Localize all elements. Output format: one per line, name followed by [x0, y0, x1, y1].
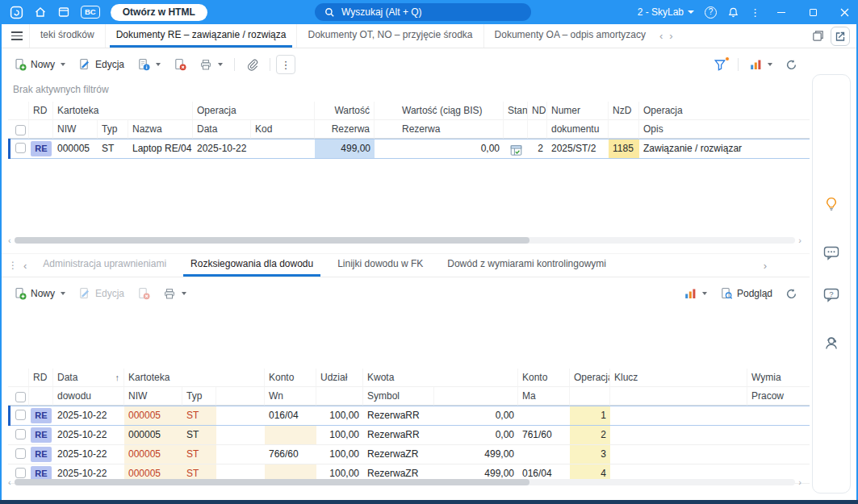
delete-button[interactable] — [132, 283, 156, 304]
chart-button[interactable] — [679, 284, 713, 303]
col-numer[interactable]: Numer — [547, 102, 609, 120]
col-rd[interactable]: RD — [29, 102, 53, 120]
col-wymiar[interactable]: Wymia — [747, 369, 816, 387]
scroll-left-icon[interactable]: ‹ — [8, 478, 11, 486]
select-all-checkbox[interactable] — [15, 392, 26, 402]
close-button[interactable] — [834, 2, 855, 23]
col-stan[interactable]: Stan — [504, 102, 528, 120]
col-pracownik[interactable]: Pracow — [747, 387, 816, 406]
new-button[interactable]: Nowy — [8, 54, 71, 75]
col-kwota[interactable]: Kwota — [363, 369, 518, 387]
info-document-button[interactable] — [132, 54, 166, 75]
new-button[interactable]: Nowy — [8, 283, 71, 304]
row-checkbox[interactable] — [15, 410, 26, 420]
col-niw[interactable]: NIW — [124, 387, 182, 406]
row-checkbox[interactable] — [15, 143, 26, 153]
maximize-button[interactable] — [802, 2, 823, 23]
delete-button[interactable] — [168, 54, 192, 75]
col-rezerwa-bis[interactable]: Rezerwa — [375, 120, 504, 139]
scroll-left-icon[interactable]: ‹ — [8, 236, 11, 244]
col-typ[interactable]: Typ — [182, 387, 216, 406]
select-all-checkbox[interactable] — [15, 125, 26, 135]
col-dokumentu[interactable]: dokumentu — [547, 120, 609, 139]
splitter-handle-icon[interactable]: ⋮ — [8, 260, 18, 271]
tab-linijki-dowodu-w-fk[interactable]: Linijki dowodu w FK — [325, 253, 435, 277]
col-rezerwa[interactable]: Rezerwa — [315, 120, 375, 139]
col-wartosc[interactable]: Wartość — [315, 102, 375, 120]
col-udzial[interactable]: Udział — [316, 369, 363, 387]
minimize-button[interactable] — [771, 2, 792, 23]
col-nd[interactable]: ND — [528, 102, 547, 120]
home-icon[interactable] — [34, 6, 47, 19]
col-klucz[interactable]: Klucz — [610, 369, 747, 387]
panel-tabs-scroll-left-icon[interactable]: ‹ — [19, 260, 31, 272]
table-row[interactable]: RE 000005 ST Laptop RE/04 2025-10-22 499… — [8, 139, 816, 159]
hamburger-menu-icon[interactable] — [11, 31, 23, 40]
attachment-button[interactable] — [241, 55, 264, 75]
preview-button[interactable]: Podgląd — [714, 283, 778, 304]
tabs-scroll-left-icon[interactable]: ‹ — [656, 30, 666, 42]
scrollbar-track[interactable] — [15, 479, 796, 485]
print-button[interactable] — [157, 284, 192, 304]
scrollbar-thumb[interactable] — [15, 237, 530, 244]
window-icon[interactable] — [57, 6, 70, 19]
support-agent-icon[interactable] — [823, 335, 839, 354]
col-data-dowodu[interactable]: Data↑ — [53, 369, 124, 387]
assistant-lightbulb-icon[interactable] — [823, 196, 839, 215]
horizontal-scrollbar[interactable]: ‹ › — [8, 235, 801, 245]
col-wartosc-bis[interactable]: Wartość (ciąg BIS) — [375, 102, 504, 120]
more-actions-button[interactable]: ⋮ — [276, 55, 295, 74]
share-icon[interactable] — [831, 27, 850, 46]
col-kod[interactable]: Kod — [251, 120, 315, 139]
table-row[interactable]: RE 2025-10-22 000005 ST 766/60 100,00 Re… — [8, 445, 816, 464]
table-row[interactable]: RE 2025-10-22 000005 ST 100,00 RezerwaRR… — [8, 426, 816, 445]
col-nazwa[interactable]: Nazwa — [128, 120, 193, 139]
col-operacja[interactable]: Operacja — [570, 369, 610, 387]
col-operacja[interactable]: Operacja — [193, 102, 315, 120]
edit-button[interactable]: Edycja — [73, 283, 130, 304]
table-row[interactable]: RE 2025-10-22 000005 ST 016/04 100,00 Re… — [8, 406, 816, 426]
col-ma[interactable]: Ma — [518, 387, 570, 406]
tab-kartoteki-srodkow[interactable]: teki środków — [29, 24, 105, 48]
tab-dowod-z-wymiarami[interactable]: Dowód z wymiarami kontrolingowymi — [435, 253, 618, 277]
tab-dokumenty-ot-no[interactable]: Dokumenty OT, NO – przyjęcie środka — [296, 24, 483, 48]
help-icon[interactable]: ? — [705, 6, 717, 19]
col-kartoteka[interactable]: Kartoteka — [53, 102, 193, 120]
chart-button[interactable] — [744, 55, 778, 74]
bell-icon[interactable] — [727, 6, 739, 19]
col-konto-wn[interactable]: Konto — [265, 369, 316, 387]
bc-badge[interactable]: BC — [81, 6, 100, 19]
pin-panel-icon[interactable] — [812, 30, 824, 42]
panel-tabs-scroll-right-icon[interactable]: › — [760, 260, 771, 272]
help-bubble-icon[interactable]: ? — [823, 288, 839, 306]
col-nzd[interactable]: NzD — [609, 102, 639, 120]
horizontal-scrollbar[interactable]: ‹ › — [8, 477, 801, 487]
col-symbol[interactable]: Symbol — [363, 387, 434, 406]
tabs-scroll-right-icon[interactable]: › — [666, 30, 676, 42]
chat-icon[interactable] — [823, 246, 839, 264]
col-typ[interactable]: Typ — [98, 120, 128, 139]
row-checkbox[interactable] — [15, 429, 26, 439]
col-rd[interactable]: RD — [29, 369, 53, 387]
scrollbar-track[interactable] — [15, 237, 796, 244]
tab-rozksiegowania-dla-dowodu[interactable]: Rozksiegowania dla dowodu — [178, 253, 325, 277]
col-niw[interactable]: NIW — [53, 120, 98, 139]
tab-administracja-uprawnieniami[interactable]: Administracja uprawnieniami — [31, 253, 178, 277]
refresh-button[interactable] — [780, 284, 803, 304]
col-data[interactable]: Data — [193, 120, 251, 139]
filter-button[interactable] — [708, 54, 732, 75]
col-opis[interactable]: Opis — [639, 120, 816, 139]
col-operacja-opis[interactable]: Operacja — [639, 102, 816, 120]
tab-dokumenty-oa[interactable]: Dokumenty OA – odpis amortyzacy — [483, 24, 656, 48]
tab-dokumenty-re[interactable]: Dokumenty RE – zawiązanie / rozwiąza — [105, 24, 297, 48]
refresh-button[interactable] — [780, 55, 803, 75]
scroll-right-icon[interactable]: › — [798, 236, 801, 244]
col-konto-ma[interactable]: Konto — [518, 369, 570, 387]
col-wn[interactable]: Wn — [265, 387, 316, 406]
col-kartoteka[interactable]: Kartoteka — [124, 369, 265, 387]
row-checkbox[interactable] — [15, 448, 26, 459]
open-html-button[interactable]: Otwórz w HTML — [111, 4, 207, 21]
col-dowodu[interactable]: dowodu — [53, 387, 124, 406]
print-button[interactable] — [194, 55, 228, 75]
search-input[interactable]: Wyszukaj (Alt + Q) — [315, 3, 531, 21]
